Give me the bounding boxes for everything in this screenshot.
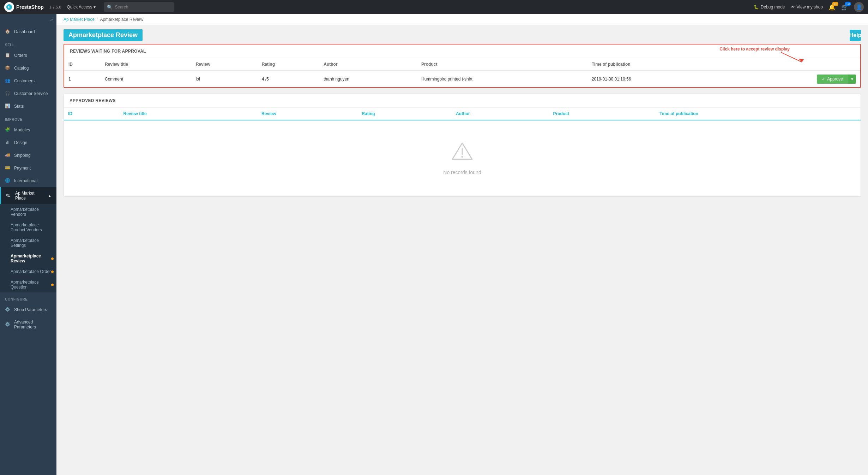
breadcrumb-parent-link[interactable]: Ap Market Place: [64, 17, 95, 22]
approve-btn-group: ✓ Approve ▾: [817, 75, 856, 84]
approved-reviews-header: APPROVED REVIEWS: [64, 94, 861, 108]
topbar: P PrestaShop 1.7.5.0 Quick Access ▾ 🔍 🐛 …: [0, 0, 868, 14]
advanced-parameters-label: Advanced Parameters: [14, 320, 52, 329]
orders-icon: 📋: [5, 53, 11, 58]
submenu-item-review[interactable]: Apmarketplace Review: [0, 251, 56, 266]
no-records-container: No records found: [68, 124, 856, 193]
sidebar-item-orders[interactable]: 📋 Orders: [0, 49, 56, 62]
cart-badge[interactable]: 🛒 10: [841, 4, 848, 11]
international-label: International: [14, 178, 37, 183]
breadcrumb: Ap Market Place / Apmarketplace Review: [56, 14, 868, 25]
sidebar-item-shipping[interactable]: 🚚 Shipping: [0, 149, 56, 162]
payment-icon: 💳: [5, 165, 11, 171]
col-product: Product: [417, 58, 587, 71]
review-notification-dot: [51, 257, 54, 260]
cell-rating: 4 /5: [258, 71, 320, 87]
marketplace-chevron-icon: ▲: [48, 194, 52, 198]
col-review-title: Review title: [101, 58, 192, 71]
sidebar-collapse-button[interactable]: «: [50, 17, 53, 23]
stats-label: Stats: [14, 104, 24, 109]
modules-icon: 🧩: [5, 127, 11, 133]
sidebar-item-advanced-parameters[interactable]: ⚙️ Advanced Parameters: [0, 316, 56, 333]
annotation-arrow-icon: [781, 52, 809, 63]
submenu-item-vendors[interactable]: Apmarketplace Vendors: [0, 204, 56, 220]
international-icon: 🌐: [5, 178, 11, 184]
search-icon: 🔍: [107, 5, 113, 10]
submenu-item-settings[interactable]: Apmarketplace Settings: [0, 235, 56, 251]
approve-label: Approve: [827, 77, 843, 82]
sidebar-item-catalog[interactable]: 📦 Catalog: [0, 62, 56, 75]
debug-mode-label: Debug mode: [761, 5, 785, 10]
search-input[interactable]: [115, 5, 171, 10]
cell-product: Hummingbird printed t-shirt: [417, 71, 587, 87]
help-button[interactable]: Help: [850, 30, 861, 41]
user-icon: 👤: [856, 4, 862, 10]
sidebar-item-payment[interactable]: 💳 Payment: [0, 162, 56, 174]
topbar-right: 🐛 Debug mode 👁 View my shop 🔔 11 🛒 10 👤: [754, 2, 864, 12]
dashboard-label: Dashboard: [14, 29, 35, 34]
sidebar-item-modules[interactable]: 🧩 Modules: [0, 124, 56, 136]
sidebar-item-stats[interactable]: 📊 Stats: [0, 100, 56, 113]
col-id: ID: [64, 58, 101, 71]
sidebar-collapse-area: «: [0, 14, 56, 25]
order-notification-dot: [51, 271, 54, 273]
design-label: Design: [14, 140, 27, 145]
sidebar-item-customer-service[interactable]: 🎧 Customer Service: [0, 87, 56, 100]
col-rating: Rating: [258, 58, 320, 71]
quick-access-chevron-icon: ▾: [94, 5, 96, 10]
approve-button[interactable]: ✓ Approve: [817, 75, 848, 84]
sell-section-header: SELL: [0, 38, 56, 49]
waiting-approval-table: ID Review title Review Rating Author Pro…: [64, 58, 860, 87]
notifications-bell[interactable]: 🔔 11: [828, 4, 836, 11]
svg-line-2: [781, 52, 802, 62]
submenu-item-product-vendors[interactable]: Apmarketplace Product Vendors: [0, 220, 56, 235]
approved-col-time: Time of publication: [655, 108, 861, 120]
sidebar-item-design[interactable]: 🖥 Design: [0, 136, 56, 149]
approve-dropdown-toggle[interactable]: ▾: [848, 75, 856, 84]
approved-reviews-table: ID Review title Review Rating Author Pro…: [64, 108, 861, 196]
cell-review-title: Comment: [101, 71, 192, 87]
page-header: Apmarketplace Review Help: [56, 25, 868, 44]
shipping-icon: 🚚: [5, 153, 11, 158]
search-box: 🔍: [104, 2, 174, 12]
view-shop-label: View my shop: [797, 5, 823, 10]
shipping-label: Shipping: [14, 153, 31, 158]
breadcrumb-current: Apmarketplace Review: [100, 17, 143, 22]
col-time: Time of publication: [587, 58, 724, 71]
version-label: 1.7.5.0: [49, 5, 61, 9]
sidebar-item-customers[interactable]: 👥 Customers: [0, 75, 56, 87]
approved-col-review: Review: [257, 108, 357, 120]
user-avatar[interactable]: 👤: [854, 2, 864, 12]
quick-access-button[interactable]: Quick Access ▾: [67, 5, 96, 10]
breadcrumb-separator: /: [97, 17, 98, 22]
notifications-count: 11: [832, 2, 838, 6]
marketplace-label: Ap Market Place: [15, 191, 44, 201]
svg-point-6: [462, 156, 463, 158]
sidebar-item-dashboard[interactable]: 🏠 Dashboard: [0, 25, 56, 38]
approved-col-review-title: Review title: [119, 108, 258, 120]
approved-col-product: Product: [549, 108, 656, 120]
no-records-cell: No records found: [64, 120, 861, 196]
warning-triangle-icon: [452, 142, 473, 165]
submenu-item-order[interactable]: Apmarketplace Order: [0, 266, 56, 277]
cell-time: 2019-01-30 01:10:56: [587, 71, 724, 87]
customers-icon: 👥: [5, 78, 11, 84]
design-icon: 🖥: [5, 140, 11, 146]
submenu-item-question[interactable]: Apmarketplace Question: [0, 277, 56, 292]
col-review: Review: [192, 58, 258, 71]
modules-label: Modules: [14, 127, 30, 132]
sidebar-item-international[interactable]: 🌐 International: [0, 174, 56, 187]
catalog-icon: 📦: [5, 65, 11, 71]
marketplace-icon: 🛍: [6, 193, 12, 198]
advanced-parameters-icon: ⚙️: [5, 322, 11, 327]
view-my-shop-link[interactable]: 👁 View my shop: [791, 5, 823, 10]
sidebar: « 🏠 Dashboard SELL 📋 Orders 📦 Catalog 👥 …: [0, 14, 56, 475]
annotation-text: Click here to accept review display: [719, 47, 790, 52]
prestashop-name: PrestaShop: [16, 4, 44, 10]
sidebar-item-shop-parameters[interactable]: ⚙️ Shop Parameters: [0, 303, 56, 316]
sidebar-item-ap-market-place[interactable]: 🛍 Ap Market Place ▲: [0, 187, 56, 204]
debug-mode-link[interactable]: 🐛 Debug mode: [754, 5, 785, 10]
no-records-row: No records found: [64, 120, 861, 196]
cell-approve: ✓ Approve ▾: [724, 71, 860, 87]
ap-marketplace-submenu: Apmarketplace Vendors Apmarketplace Prod…: [0, 204, 56, 292]
